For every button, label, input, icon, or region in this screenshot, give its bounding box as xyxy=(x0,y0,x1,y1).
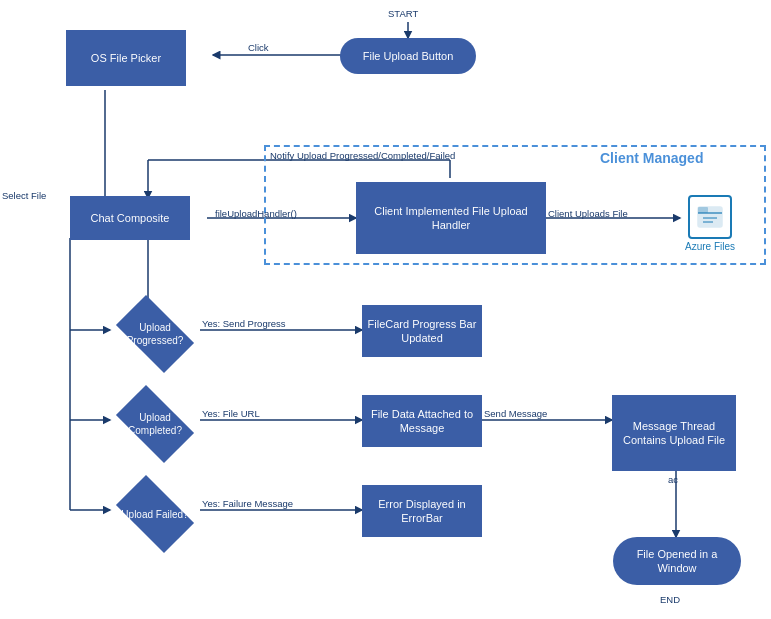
error-displayed-box: Error Displayed in ErrorBar xyxy=(362,485,482,537)
file-opened-box: File Opened in a Window xyxy=(613,537,741,585)
svg-rect-25 xyxy=(698,207,708,213)
upload-completed-diamond xyxy=(116,385,194,463)
yes-send-progress-label: Yes: Send Progress xyxy=(202,318,286,329)
upload-progressed-diamond xyxy=(116,295,194,373)
upload-failed-wrap: Upload Failed? xyxy=(110,485,200,543)
start-label: START xyxy=(388,8,418,19)
filecard-progress-box: FileCard Progress Bar Updated xyxy=(362,305,482,357)
upload-progressed-wrap: Upload Progressed? xyxy=(110,305,200,363)
azure-files-icon xyxy=(688,195,732,239)
client-uploads-label: Client Uploads File xyxy=(548,208,628,219)
os-file-picker: OS File Picker xyxy=(66,30,186,86)
chat-composite-box: Chat Composite xyxy=(70,196,190,240)
azure-files-box: Azure Files xyxy=(685,195,735,252)
upload-completed-wrap: Upload Completed? xyxy=(110,395,200,453)
message-thread-box: Message Thread Contains Upload File xyxy=(612,395,736,471)
end-label: END xyxy=(660,594,680,605)
notify-label: Notify Upload Progressed/Completed/Faile… xyxy=(270,150,455,161)
file-data-attached-box: File Data Attached to Message xyxy=(362,395,482,447)
click-label: Click xyxy=(248,42,269,53)
file-upload-button: File Upload Button xyxy=(340,38,476,74)
file-upload-handler-label: fileUploadHandler() xyxy=(215,208,297,219)
diagram: START File Upload Button OS File Picker … xyxy=(0,0,771,619)
yes-file-url-label: Yes: File URL xyxy=(202,408,260,419)
client-file-upload-handler-box: Client Implemented File Upload Handler xyxy=(356,182,546,254)
ac-label: ac xyxy=(668,474,678,485)
upload-failed-diamond xyxy=(116,475,194,553)
send-message-label: Send Message xyxy=(484,408,547,419)
client-managed-label: Client Managed xyxy=(600,150,703,166)
select-file-label: Select File xyxy=(2,190,46,201)
yes-failure-label: Yes: Failure Message xyxy=(202,498,293,509)
azure-files-label: Azure Files xyxy=(685,241,735,252)
